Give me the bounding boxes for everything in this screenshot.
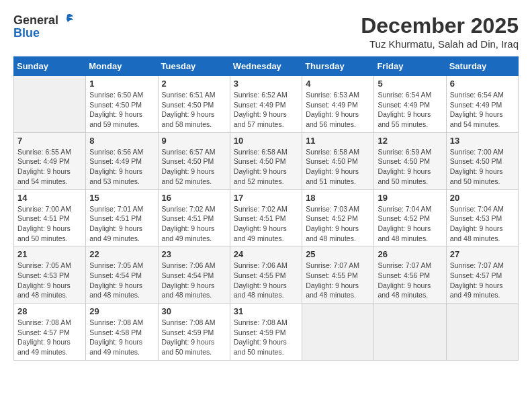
calendar-cell: 27Sunrise: 7:07 AM Sunset: 4:57 PM Dayli… — [446, 246, 518, 304]
day-number: 11 — [306, 136, 370, 146]
day-number: 29 — [89, 306, 154, 316]
calendar-week-row: 28Sunrise: 7:08 AM Sunset: 4:57 PM Dayli… — [14, 304, 519, 361]
day-info: Sunrise: 7:03 AM Sunset: 4:52 PM Dayligh… — [306, 204, 370, 244]
day-number: 17 — [234, 193, 298, 203]
day-info: Sunrise: 7:01 AM Sunset: 4:51 PM Dayligh… — [89, 204, 154, 244]
calendar-cell: 15Sunrise: 7:01 AM Sunset: 4:51 PM Dayli… — [86, 189, 158, 246]
calendar-cell: 4Sunrise: 6:53 AM Sunset: 4:49 PM Daylig… — [302, 76, 374, 133]
calendar-cell: 13Sunrise: 7:00 AM Sunset: 4:50 PM Dayli… — [446, 132, 518, 189]
calendar-cell: 17Sunrise: 7:02 AM Sunset: 4:51 PM Dayli… — [230, 189, 302, 246]
day-number: 23 — [162, 249, 226, 259]
calendar-week-row: 14Sunrise: 7:00 AM Sunset: 4:51 PM Dayli… — [14, 189, 519, 246]
day-number: 25 — [306, 249, 370, 259]
day-info: Sunrise: 6:57 AM Sunset: 4:50 PM Dayligh… — [162, 147, 226, 187]
day-info: Sunrise: 6:54 AM Sunset: 4:49 PM Dayligh… — [378, 90, 442, 130]
day-info: Sunrise: 7:05 AM Sunset: 4:54 PM Dayligh… — [89, 261, 154, 300]
logo-general-text: General — [13, 14, 58, 26]
calendar-cell: 10Sunrise: 6:58 AM Sunset: 4:50 PM Dayli… — [230, 132, 302, 189]
calendar-cell: 20Sunrise: 7:04 AM Sunset: 4:53 PM Dayli… — [446, 189, 518, 246]
calendar-cell: 31Sunrise: 7:08 AM Sunset: 4:59 PM Dayli… — [230, 304, 302, 361]
day-header-sunday: Sunday — [14, 57, 86, 76]
calendar-cell: 18Sunrise: 7:03 AM Sunset: 4:52 PM Dayli… — [302, 189, 374, 246]
calendar-cell: 1Sunrise: 6:50 AM Sunset: 4:50 PM Daylig… — [86, 76, 158, 133]
day-info: Sunrise: 6:50 AM Sunset: 4:50 PM Dayligh… — [89, 90, 154, 130]
calendar-table: SundayMondayTuesdayWednesdayThursdayFrid… — [13, 56, 519, 361]
day-header-wednesday: Wednesday — [230, 57, 302, 76]
calendar-cell — [446, 304, 518, 361]
title-block: December 2025 Tuz Khurmatu, Salah ad Din… — [361, 13, 519, 50]
day-info: Sunrise: 7:08 AM Sunset: 4:59 PM Dayligh… — [234, 318, 298, 357]
day-number: 31 — [234, 306, 298, 316]
day-number: 6 — [450, 79, 515, 89]
day-number: 4 — [306, 79, 370, 89]
calendar-cell: 30Sunrise: 7:08 AM Sunset: 4:59 PM Dayli… — [158, 304, 230, 361]
day-info: Sunrise: 7:05 AM Sunset: 4:53 PM Dayligh… — [17, 261, 82, 300]
day-info: Sunrise: 7:07 AM Sunset: 4:55 PM Dayligh… — [306, 261, 370, 300]
day-number: 28 — [17, 306, 82, 316]
location-title: Tuz Khurmatu, Salah ad Din, Iraq — [361, 38, 519, 50]
day-number: 30 — [162, 306, 226, 316]
day-number: 21 — [17, 249, 82, 259]
day-number: 12 — [378, 136, 442, 146]
calendar-cell: 22Sunrise: 7:05 AM Sunset: 4:54 PM Dayli… — [86, 246, 158, 304]
day-number: 2 — [162, 79, 226, 89]
day-number: 13 — [450, 136, 515, 146]
day-info: Sunrise: 7:08 AM Sunset: 4:59 PM Dayligh… — [162, 318, 226, 357]
calendar-cell: 8Sunrise: 6:56 AM Sunset: 4:49 PM Daylig… — [86, 132, 158, 189]
day-info: Sunrise: 7:02 AM Sunset: 4:51 PM Dayligh… — [162, 204, 226, 244]
calendar-week-row: 21Sunrise: 7:05 AM Sunset: 4:53 PM Dayli… — [14, 246, 519, 304]
day-number: 15 — [89, 193, 154, 203]
day-number: 22 — [89, 249, 154, 259]
day-number: 24 — [234, 249, 298, 259]
calendar-cell: 6Sunrise: 6:54 AM Sunset: 4:49 PM Daylig… — [446, 76, 518, 133]
day-info: Sunrise: 7:06 AM Sunset: 4:55 PM Dayligh… — [234, 261, 298, 300]
calendar-header-row: SundayMondayTuesdayWednesdayThursdayFrid… — [14, 57, 519, 76]
day-info: Sunrise: 6:56 AM Sunset: 4:49 PM Dayligh… — [89, 147, 154, 187]
calendar-cell: 25Sunrise: 7:07 AM Sunset: 4:55 PM Dayli… — [302, 246, 374, 304]
day-header-saturday: Saturday — [446, 57, 518, 76]
calendar-cell: 23Sunrise: 7:06 AM Sunset: 4:54 PM Dayli… — [158, 246, 230, 304]
day-info: Sunrise: 6:59 AM Sunset: 4:50 PM Dayligh… — [378, 147, 442, 187]
day-info: Sunrise: 6:51 AM Sunset: 4:50 PM Dayligh… — [162, 90, 226, 130]
day-number: 9 — [162, 136, 226, 146]
day-info: Sunrise: 7:07 AM Sunset: 4:57 PM Dayligh… — [450, 261, 515, 300]
day-header-thursday: Thursday — [302, 57, 374, 76]
calendar-cell: 24Sunrise: 7:06 AM Sunset: 4:55 PM Dayli… — [230, 246, 302, 304]
day-info: Sunrise: 7:04 AM Sunset: 4:52 PM Dayligh… — [378, 204, 442, 244]
day-number: 8 — [89, 136, 154, 146]
day-number: 7 — [17, 136, 82, 146]
day-number: 27 — [450, 249, 515, 259]
calendar-cell: 28Sunrise: 7:08 AM Sunset: 4:57 PM Dayli… — [14, 304, 86, 361]
day-info: Sunrise: 6:58 AM Sunset: 4:50 PM Dayligh… — [234, 147, 298, 187]
day-info: Sunrise: 7:04 AM Sunset: 4:53 PM Dayligh… — [450, 204, 515, 244]
calendar-cell: 3Sunrise: 6:52 AM Sunset: 4:49 PM Daylig… — [230, 76, 302, 133]
day-number: 1 — [89, 79, 154, 89]
day-number: 18 — [306, 193, 370, 203]
calendar-cell: 26Sunrise: 7:07 AM Sunset: 4:56 PM Dayli… — [374, 246, 446, 304]
day-info: Sunrise: 7:08 AM Sunset: 4:58 PM Dayligh… — [89, 318, 154, 357]
calendar-cell: 12Sunrise: 6:59 AM Sunset: 4:50 PM Dayli… — [374, 132, 446, 189]
day-info: Sunrise: 7:00 AM Sunset: 4:51 PM Dayligh… — [17, 204, 82, 244]
day-info: Sunrise: 6:55 AM Sunset: 4:49 PM Dayligh… — [17, 147, 82, 187]
day-info: Sunrise: 7:02 AM Sunset: 4:51 PM Dayligh… — [234, 204, 298, 244]
calendar-cell: 2Sunrise: 6:51 AM Sunset: 4:50 PM Daylig… — [158, 76, 230, 133]
page-header: General Blue December 2025 Tuz Khurmatu,… — [13, 13, 519, 50]
day-info: Sunrise: 7:08 AM Sunset: 4:57 PM Dayligh… — [17, 318, 82, 357]
calendar-cell: 16Sunrise: 7:02 AM Sunset: 4:51 PM Dayli… — [158, 189, 230, 246]
calendar-cell: 29Sunrise: 7:08 AM Sunset: 4:58 PM Dayli… — [86, 304, 158, 361]
day-header-friday: Friday — [374, 57, 446, 76]
day-number: 14 — [17, 193, 82, 203]
day-info: Sunrise: 7:06 AM Sunset: 4:54 PM Dayligh… — [162, 261, 226, 300]
calendar-cell: 5Sunrise: 6:54 AM Sunset: 4:49 PM Daylig… — [374, 76, 446, 133]
day-info: Sunrise: 6:54 AM Sunset: 4:49 PM Dayligh… — [450, 90, 515, 130]
calendar-cell: 9Sunrise: 6:57 AM Sunset: 4:50 PM Daylig… — [158, 132, 230, 189]
calendar-week-row: 1Sunrise: 6:50 AM Sunset: 4:50 PM Daylig… — [14, 76, 519, 133]
day-number: 5 — [378, 79, 442, 89]
calendar-cell: 7Sunrise: 6:55 AM Sunset: 4:49 PM Daylig… — [14, 132, 86, 189]
day-info: Sunrise: 7:00 AM Sunset: 4:50 PM Dayligh… — [450, 147, 515, 187]
day-number: 10 — [234, 136, 298, 146]
logo: General Blue — [13, 13, 75, 39]
calendar-cell — [14, 76, 86, 133]
day-number: 3 — [234, 79, 298, 89]
month-title: December 2025 — [361, 13, 519, 38]
